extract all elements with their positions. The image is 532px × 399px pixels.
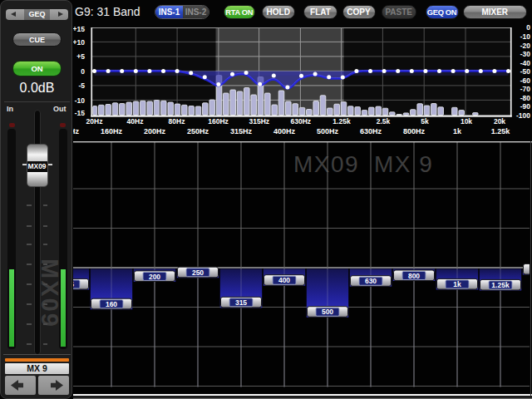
- svg-text:-20: -20: [520, 42, 531, 50]
- svg-text:315: 315: [235, 298, 247, 307]
- svg-text:1.25k: 1.25k: [491, 281, 510, 289]
- svg-text:200Hz: 200Hz: [144, 127, 166, 135]
- svg-text:-80: -80: [520, 94, 531, 102]
- svg-text:+5: +5: [76, 52, 85, 61]
- svg-text:630Hz: 630Hz: [360, 127, 382, 135]
- svg-text:+10: +10: [73, 38, 85, 47]
- svg-text:160Hz: 160Hz: [208, 117, 229, 126]
- svg-text:250: 250: [192, 268, 204, 277]
- svg-text:-70: -70: [520, 85, 531, 93]
- svg-text:125Hz: 125Hz: [73, 127, 80, 135]
- svg-text:-30: -30: [520, 50, 531, 58]
- svg-text:315Hz: 315Hz: [249, 117, 270, 126]
- svg-text:500Hz: 500Hz: [317, 127, 339, 135]
- svg-text:1.25k: 1.25k: [332, 117, 351, 126]
- svg-text:160: 160: [106, 300, 117, 308]
- svg-text:0: 0: [81, 67, 85, 76]
- svg-text:-5: -5: [78, 81, 85, 90]
- svg-text:80Hz: 80Hz: [169, 117, 185, 126]
- svg-text:-50: -50: [520, 67, 531, 76]
- svg-text:2.5k: 2.5k: [377, 117, 391, 126]
- svg-text:160Hz: 160Hz: [101, 127, 123, 135]
- svg-text:500: 500: [322, 308, 333, 316]
- svg-text:-10: -10: [75, 96, 86, 105]
- svg-text:1.25k: 1.25k: [491, 127, 511, 135]
- svg-text:-15: -15: [75, 109, 86, 117]
- svg-text:1k: 1k: [453, 127, 462, 135]
- svg-text:-100: -100: [516, 111, 530, 120]
- svg-text:-40: -40: [520, 59, 531, 67]
- svg-text:400: 400: [278, 276, 290, 284]
- svg-text:-10: -10: [520, 32, 531, 41]
- svg-text:200: 200: [149, 273, 160, 281]
- svg-text:20k: 20k: [494, 117, 505, 126]
- svg-text:MX09: MX09: [293, 151, 359, 177]
- svg-text:315Hz: 315Hz: [230, 127, 253, 135]
- svg-text:20Hz: 20Hz: [86, 117, 103, 126]
- svg-text:800Hz: 800Hz: [403, 127, 426, 135]
- svg-text:0: 0: [526, 23, 530, 32]
- svg-text:250Hz: 250Hz: [187, 127, 209, 135]
- svg-text:400Hz: 400Hz: [273, 127, 296, 135]
- svg-text:1k: 1k: [453, 280, 461, 288]
- svg-text:-60: -60: [520, 76, 531, 85]
- svg-text:630: 630: [365, 277, 377, 285]
- svg-text:40Hz: 40Hz: [127, 117, 144, 126]
- svg-text:MX 9: MX 9: [374, 151, 433, 177]
- svg-text:5k: 5k: [421, 117, 429, 126]
- svg-text:10k: 10k: [461, 117, 472, 126]
- svg-text:630Hz: 630Hz: [291, 117, 312, 126]
- svg-text:-90: -90: [520, 102, 531, 111]
- svg-text:800: 800: [408, 272, 420, 280]
- svg-text:+15: +15: [73, 25, 85, 33]
